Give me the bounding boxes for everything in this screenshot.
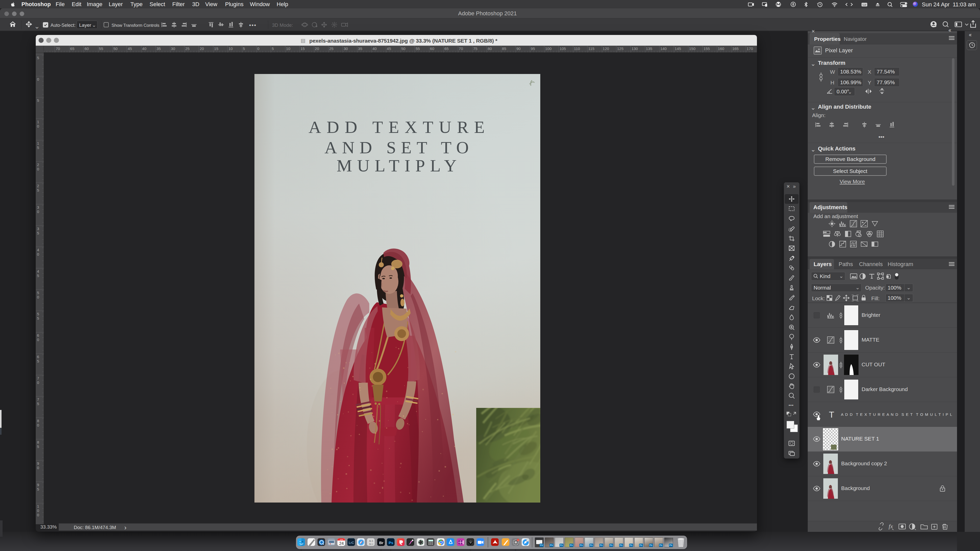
svg-text:fx: fx — [889, 523, 893, 530]
svg-text:Ps: Ps — [389, 540, 393, 545]
svg-text:ADD TEXTURE: ADD TEXTURE — [309, 118, 485, 137]
svg-text:A: A — [369, 540, 371, 542]
svg-text:LrC: LrC — [349, 541, 354, 545]
svg-text:1: 1 — [517, 539, 519, 541]
svg-text:A: A — [369, 543, 371, 545]
svg-text:24: 24 — [339, 541, 344, 546]
svg-text:Br: Br — [379, 540, 383, 545]
svg-text:A: A — [371, 540, 373, 542]
svg-text:APR: APR — [340, 539, 343, 540]
svg-text:Ω: Ω — [371, 543, 373, 545]
